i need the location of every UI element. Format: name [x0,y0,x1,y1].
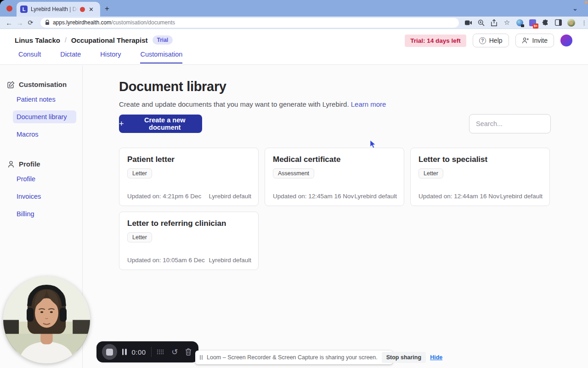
extensions-puzzle-icon[interactable] [542,19,549,27]
page-title: Document library [119,79,226,94]
primary-nav: Consult Dictate History Customisation [18,51,182,63]
browser-profile-avatar[interactable] [567,19,575,27]
camera-icon[interactable] [464,19,472,27]
user-role: Occupational Therapist [71,36,148,44]
hide-sharing-bar-link[interactable]: Hide [430,354,442,361]
document-source: Lyrebird default [209,257,251,264]
main-content: Document library Create and update docum… [83,65,588,368]
trial-days-left-banner: Trial: 14 days left [405,34,466,47]
restart-recording-icon[interactable]: ↺ [170,347,179,357]
sidebar-item-document-library[interactable]: Document library [13,110,76,123]
new-tab-button[interactable]: + [105,4,109,13]
plus-icon: + [119,119,124,129]
tab-history[interactable]: History [100,51,121,63]
updated-timestamp: Updated on: 12:45am 16 Nov [273,193,354,200]
webcam-preview[interactable] [3,276,90,363]
screen: L Lyrebird Health | Documen ✕ + ⌄ ← → ⟳ … [0,0,588,368]
effects-grid-icon[interactable] [157,349,165,355]
tab-customisation[interactable]: Customisation [140,51,182,63]
reload-icon[interactable]: ⟳ [25,19,36,26]
learn-more-link[interactable]: Learn more [351,100,386,108]
webcam-person [3,276,90,363]
tab-recording-dot [80,7,85,12]
sidebar-item-macros[interactable]: Macros [13,128,76,141]
help-button[interactable]: ? Help [473,34,509,47]
tab-title: Lyrebird Health | Documen [31,6,79,12]
zoom-icon[interactable] [477,19,485,27]
document-card-grid: Patient letter Letter Updated on: 4:21pm… [119,148,551,270]
lock-icon [45,20,50,25]
sharing-pause-icon [200,355,203,360]
help-icon: ? [479,37,486,44]
sidebar-item-profile[interactable]: Profile [13,172,76,185]
sidebar-section-customisation: Customisation [7,80,82,88]
tab-search-chevron-icon[interactable]: ⌄ [572,5,578,12]
side-panel-icon[interactable] [554,19,562,27]
corner-notification-dot [585,1,588,4]
extension-colorful-icon[interactable]: 9+ [529,19,537,27]
mouse-cursor [370,140,376,149]
sidebar-item-patient-notes[interactable]: Patient notes [13,93,76,106]
bookmark-star-icon[interactable]: ☆ [503,19,511,27]
updated-timestamp: Updated on: 10:05am 6 Dec [127,257,205,264]
delete-recording-icon[interactable] [184,348,193,356]
lyrebird-favicon: L [20,6,28,13]
edit-square-icon [7,81,15,88]
browser-menu-icon[interactable]: ⋮ [580,19,588,27]
document-type-badge: Letter [127,168,152,178]
document-type-badge: Letter [127,232,152,242]
document-card-letter-to-referring-clinician[interactable]: Letter to referring clinician Letter Upd… [119,212,259,270]
create-document-button[interactable]: + Create a new document [119,115,202,133]
recording-timer: 0:00 [132,348,146,356]
forward-icon[interactable]: → [14,19,25,27]
document-source: Lyrebird default [500,193,543,200]
document-source: Lyrebird default [209,193,251,200]
invite-person-icon [522,37,529,44]
tab-close-icon[interactable]: ✕ [89,6,94,12]
person-icon [7,161,15,168]
document-type-badge: Assessment [273,168,314,178]
search-input[interactable] [469,114,551,133]
back-icon[interactable]: ← [4,19,14,27]
document-type-badge: Letter [418,168,443,178]
sidebar-section-profile: Profile [7,160,82,168]
extension-badge: 9+ [533,23,538,28]
browser-toolbar: ← → ⟳ apps.lyrebirdhealth.com/customisat… [0,17,588,29]
loom-control-bar: 0:00 ↺ [96,341,198,362]
invite-button[interactable]: Invite [515,34,554,47]
url-path: /customisation/documents [111,19,175,26]
trial-badge: Trial [153,35,173,45]
browser-tab[interactable]: L Lyrebird Health | Documen ✕ [17,2,100,17]
document-source: Lyrebird default [354,193,397,200]
stop-recording-button[interactable] [102,344,117,360]
share-icon[interactable] [490,19,498,27]
pause-recording-button[interactable] [122,349,127,355]
breadcrumb: Linus Talacko / Occupational Therapist T… [15,35,173,45]
document-card-medical-certificate[interactable]: Medical certificate Assessment Updated o… [265,148,404,206]
sidebar-item-invoices[interactable]: Invoices [13,190,76,203]
app-header: Linus Talacko / Occupational Therapist T… [0,29,588,65]
updated-timestamp: Updated on: 12:44am 16 Nov [418,193,499,200]
page-description: Create and update documents that you may… [119,100,386,108]
user-name: Linus Talacko [15,36,60,44]
stop-sharing-button[interactable]: Stop sharing [382,352,426,363]
document-card-patient-letter[interactable]: Patient letter Letter Updated on: 4:21pm… [119,148,259,206]
user-avatar[interactable] [560,34,572,46]
screen-sharing-bar: Loom – Screen Recorder & Screen Capture … [195,351,393,364]
recording-indicator-dot [6,6,12,12]
url-host: apps.lyrebirdhealth.com [53,19,111,26]
tab-consult[interactable]: Consult [18,51,41,63]
sidebar-item-billing[interactable]: Billing [13,207,76,220]
updated-timestamp: Updated on: 4:21pm 6 Dec [127,193,201,200]
extension-loom-icon[interactable] [516,19,524,27]
document-card-letter-to-specialist[interactable]: Letter to specialist Letter Updated on: … [410,148,550,206]
tab-dictate[interactable]: Dictate [60,51,81,63]
url-bar[interactable]: apps.lyrebirdhealth.com/customisation/do… [40,18,459,28]
sharing-message: Loom – Screen Recorder & Screen Capture … [207,354,378,361]
browser-tab-strip: L Lyrebird Health | Documen ✕ + ⌄ [0,0,588,17]
